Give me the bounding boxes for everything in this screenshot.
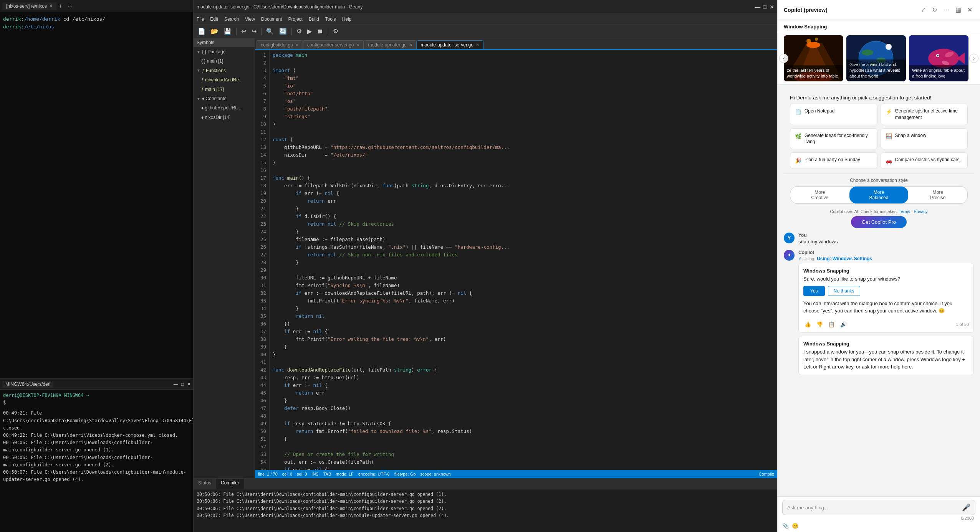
suggestion-card-weird-fact[interactable]: Give me a weird fact and hypothesize wha… — [846, 35, 906, 81]
terminal-tab-bar: [nixos-serv] /e/nixos ✕ + ⋯ — [0, 0, 193, 12]
toolbar-save[interactable]: 💾 — [222, 26, 233, 36]
toolbar-prefs[interactable]: ⚙ — [331, 26, 340, 36]
close-geany-btn[interactable]: ✕ — [770, 4, 774, 10]
suggestions-carousel: ‹ — [778, 32, 980, 85]
tab-close-server[interactable]: ✕ — [356, 43, 359, 48]
menu-file[interactable]: File — [197, 17, 204, 22]
sidebar-download-fn[interactable]: ƒ downloadAndRe... — [194, 75, 255, 84]
copy-btn[interactable]: 📋 — [827, 320, 836, 329]
copilot-attach-btn[interactable]: 📎 — [782, 523, 789, 529]
sidebar-functions[interactable]: ▼ ƒ Functions — [194, 66, 255, 75]
toolbar-redo[interactable]: ↪ — [250, 26, 258, 36]
privacy-link[interactable]: Privacy — [914, 209, 928, 214]
copilot-input[interactable] — [787, 505, 959, 511]
notepad-icon: 🗒️ — [795, 108, 801, 116]
party-icon: 🎉 — [795, 157, 801, 165]
chip-time-tips[interactable]: ⚡ Generate tips for effective time manag… — [881, 104, 968, 125]
menu-project[interactable]: Project — [288, 17, 303, 22]
copilot-more-btn[interactable]: ⋯ — [942, 5, 951, 15]
menu-help[interactable]: Help — [342, 17, 352, 22]
suggestion-card-summarize[interactable]: ze the last ten years of worldwide activ… — [784, 35, 843, 81]
terms-link[interactable]: Terms — [899, 209, 910, 214]
copilot-disclaimer: Copilot uses AI. Check for mistakes. Ter… — [784, 208, 974, 216]
tab-module-updater[interactable]: module-updater.go ✕ — [364, 40, 416, 49]
copilot-side-btn[interactable]: ▦ — [954, 5, 963, 15]
sidebar-main-package[interactable]: { } main [1] — [194, 56, 255, 66]
svg-point-4 — [806, 39, 811, 43]
sidebar-header: Symbols — [194, 38, 255, 47]
chip-party[interactable]: 🎉 Plan a fun party on Sunday — [790, 152, 877, 169]
sidebar-package[interactable]: ▼ { } Package — [194, 47, 255, 56]
suggestion-chips: 🗒️ Open Notepad ⚡ Generate tips for effe… — [784, 104, 974, 173]
tab-close-active[interactable]: ✕ — [476, 43, 479, 48]
tab-configbuilder-server[interactable]: configbuilder-server.go ✕ — [303, 40, 364, 49]
restore-geany-btn[interactable]: □ — [763, 4, 766, 10]
carousel-right-arrow[interactable]: › — [969, 54, 978, 63]
carousel-left-arrow[interactable]: ‹ — [779, 54, 788, 63]
copilot-response-bubble: Windows Snapping I snapped a window for … — [798, 336, 974, 375]
tab-module-updater-server[interactable]: module-updater-server.go ✕ — [417, 40, 483, 49]
toolbar-stop[interactable]: ⏹ — [315, 27, 325, 36]
style-precise-btn[interactable]: MorePrecise — [908, 187, 967, 203]
chip-snap[interactable]: 🪟 Snap a window — [881, 128, 968, 150]
toolbar-undo[interactable]: ↩ — [239, 26, 248, 36]
terminal-add-button[interactable]: + — [56, 3, 65, 10]
get-copilot-pro-btn[interactable]: Get Copilot Pro — [851, 216, 907, 228]
window-snapping-label: Window Snapping — [778, 20, 980, 32]
menu-edit[interactable]: Edit — [210, 17, 218, 22]
sidebar-main-fn[interactable]: ƒ main [17] — [194, 85, 255, 94]
tab-configbuilder[interactable]: configbuilder.go ✕ — [257, 40, 303, 49]
tab-close-configbuilder[interactable]: ✕ — [295, 43, 299, 48]
copilot-expand-btn[interactable]: ⤢ — [919, 5, 927, 15]
menu-search[interactable]: Search — [224, 17, 239, 22]
thumbs-down-btn[interactable]: 👎 — [815, 320, 824, 329]
toolbar-compile[interactable]: ⚙ — [295, 26, 304, 36]
style-balanced-btn[interactable]: MoreBalanced — [849, 187, 909, 203]
style-creative-btn[interactable]: MoreCreative — [790, 187, 849, 203]
menu-tools[interactable]: Tools — [325, 17, 336, 22]
terminal-split-button[interactable]: ⋯ — [65, 3, 75, 9]
toolbar-new[interactable]: 📄 — [196, 26, 207, 36]
minimize-geany-btn[interactable]: — — [755, 4, 760, 10]
chip-notepad[interactable]: 🗒️ Open Notepad — [790, 104, 877, 125]
copilot-close-btn[interactable]: ✕ — [966, 5, 974, 15]
geany-title-bar: module-updater-server.go - C:\Users\derr… — [194, 0, 777, 14]
minimize-bottom-btn[interactable]: — — [174, 382, 178, 387]
terminal-tab-nixos[interactable]: [nixos-serv] /e/nixos ✕ — [2, 2, 56, 10]
tab-close-updater[interactable]: ✕ — [409, 43, 412, 48]
maximize-bottom-btn[interactable]: □ — [181, 382, 184, 387]
copilot-send-btn[interactable]: 🎤 — [962, 503, 970, 512]
sidebar-github-const[interactable]: ♦ githubRepoURL... — [194, 103, 255, 112]
close-bottom-btn[interactable]: ✕ — [187, 382, 191, 387]
toolbar-open[interactable]: 📂 — [209, 26, 220, 36]
audio-btn[interactable]: 🔊 — [839, 320, 848, 329]
sidebar-constants[interactable]: ▼ ♦ Constants — [194, 94, 255, 103]
chip-cars[interactable]: 🚗 Compare electric vs hybrid cars — [881, 152, 968, 169]
tab-compiler[interactable]: Compiler — [216, 479, 244, 489]
copilot-emoji-btn[interactable]: 😊 — [792, 523, 798, 529]
tab-status[interactable]: Status — [194, 479, 216, 489]
menu-build[interactable]: Build — [309, 17, 319, 22]
toolbar-find[interactable]: 🔍 — [264, 26, 276, 36]
chip-eco[interactable]: 🌿 Generate ideas for eco-friendly living — [790, 128, 877, 150]
copilot-refresh-btn[interactable]: ↻ — [930, 5, 939, 15]
yes-no-buttons: Yes No thanks — [803, 286, 969, 296]
copilot-settings-link[interactable]: Using: Windows Settings — [817, 256, 872, 261]
editor-content: Symbols ▼ { } Package { } main [1] ▼ ƒ F… — [194, 38, 777, 478]
terminal-tab-close[interactable]: ✕ — [49, 3, 53, 8]
toolbar-replace[interactable]: 🔄 — [277, 26, 289, 36]
thumbs-up-btn[interactable]: 👍 — [803, 320, 812, 329]
no-thanks-button[interactable]: No thanks — [828, 286, 860, 296]
terminal-bottom-tab[interactable]: MINGW64:/Users/deri — [2, 381, 53, 388]
sidebar-nixos-const[interactable]: ♦ nixosDir [14] — [194, 113, 255, 122]
conversation-style: Choose a conversation style MoreCreative… — [784, 173, 974, 208]
menu-document[interactable]: Document — [261, 17, 282, 22]
menu-view[interactable]: View — [245, 17, 255, 22]
copilot-footer: 🎤 0/2000 📎 😊 — [778, 496, 980, 532]
suggestion-card-fable[interactable]: Write an original fable about a frog fin… — [909, 35, 968, 81]
terminal-bottom-content: derri@DESKTOP-FBV1N9A MINGW64 ~ $ 00:49:… — [0, 390, 193, 532]
line-numbers: 12345 678910 1112131415 1617181920 21222… — [255, 50, 270, 470]
chip-cars-label: Compare electric vs hybrid cars — [895, 157, 960, 163]
yes-button[interactable]: Yes — [803, 286, 825, 296]
toolbar-run[interactable]: ▶ — [305, 26, 314, 36]
